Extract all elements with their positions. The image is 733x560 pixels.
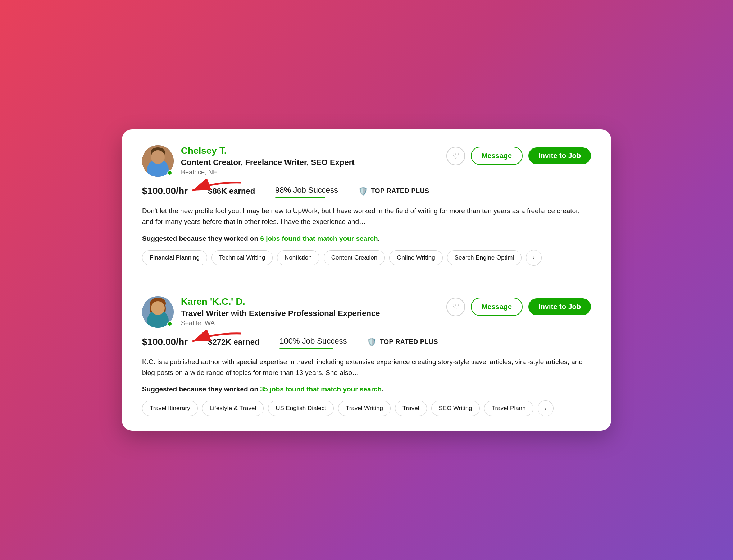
rate-chelsey: $100.00/hr [142,185,188,197]
svg-point-12 [153,306,163,313]
svg-rect-4 [152,156,156,160]
suggested-chelsey: Suggested because they worked on 6 jobs … [142,235,591,243]
job-success-chelsey: 98% Job Success [275,185,338,197]
skills-chevron-karen[interactable]: › [538,400,554,416]
description-karen: K.C. is a published author with special … [142,357,591,378]
badge-icon-karen: 🛡️ [367,338,377,347]
actions-chelsey: ♡ Message Invite to Job [446,147,591,165]
skill-tag[interactable]: Online Writing [389,250,442,265]
skill-tag[interactable]: Travel [395,401,427,416]
skill-tag[interactable]: SEO Writing [431,401,480,416]
skill-tag[interactable]: Content Creation [324,250,385,265]
suggested-karen: Suggested because they worked on 35 jobs… [142,385,591,393]
message-button-karen[interactable]: Message [471,298,523,316]
svg-point-1 [151,150,164,165]
earned-karen: $272K earned [208,338,259,347]
earned-chelsey: $86K earned [208,187,255,196]
svg-point-14 [150,302,156,315]
svg-rect-2 [147,167,169,177]
message-button-chelsey[interactable]: Message [471,147,523,165]
skill-tag[interactable]: Search Engine Optimi [447,250,522,265]
freelancer-row-karen: Karen 'K.C.' D. Travel Writer with Exten… [122,280,611,431]
heart-button-karen[interactable]: ♡ [446,298,465,316]
skill-tag[interactable]: Nonfiction [277,250,319,265]
skill-tag[interactable]: US English Dialect [268,401,334,416]
skill-tag[interactable]: Lifestyle & Travel [202,401,264,416]
actions-karen: ♡ Message Invite to Job [446,298,591,316]
invite-button-karen[interactable]: Invite to Job [528,298,591,315]
badge-karen: 🛡️ TOP RATED PLUS [367,338,438,347]
job-success-karen: 100% Job Success [279,336,347,348]
location-chelsey: Beatrice, NE [181,169,439,176]
skill-tag[interactable]: Technical Writing [211,250,273,265]
rate-karen: $100.00/hr [142,336,188,348]
avatar-chelsey [142,145,174,177]
svg-point-10 [151,301,164,316]
stats-karen: $100.00/hr $272K earned 100% Job Success… [142,336,591,348]
invite-button-chelsey[interactable]: Invite to Job [528,147,591,164]
suggested-link-chelsey[interactable]: 6 jobs found that match your search [260,235,378,242]
title-karen: Travel Writer with Extensive Professiona… [181,309,439,318]
online-indicator-karen [167,321,172,326]
suggested-link-karen[interactable]: 35 jobs found that match your search [260,385,382,393]
online-indicator [167,170,172,175]
heart-button-chelsey[interactable]: ♡ [446,147,465,165]
badge-chelsey: 🛡️ TOP RATED PLUS [358,187,429,196]
stats-chelsey: $100.00/hr $86K earned 98% Job Success 🛡… [142,185,591,197]
svg-point-15 [160,302,166,315]
title-chelsey: Content Creator, Freelance Writer, SEO E… [181,158,439,167]
location-karen: Seattle, WA [181,320,439,327]
avatar-karen [142,296,174,328]
skill-tag[interactable]: Travel Itinerary [142,401,198,416]
info-chelsey: Chelsey T. Content Creator, Freelance Wr… [181,145,439,176]
skills-chelsey: Financial Planning Technical Writing Non… [142,250,591,266]
svg-rect-11 [147,318,169,328]
skill-tag[interactable]: Financial Planning [142,250,207,265]
name-karen: Karen 'K.C.' D. [181,296,439,307]
main-card: Chelsey T. Content Creator, Freelance Wr… [122,129,611,431]
svg-point-3 [153,157,163,164]
info-karen: Karen 'K.C.' D. Travel Writer with Exten… [181,296,439,327]
svg-rect-5 [158,156,162,160]
description-chelsey: Don't let the new profile fool you. I ma… [142,206,591,228]
name-chelsey: Chelsey T. [181,145,439,156]
skill-tag[interactable]: Travel Plann [484,401,533,416]
skill-tag[interactable]: Travel Writing [338,401,391,416]
svg-point-7 [151,147,165,157]
freelancer-row-chelsey: Chelsey T. Content Creator, Freelance Wr… [122,129,611,280]
badge-icon-chelsey: 🛡️ [358,187,368,196]
skills-karen: Travel Itinerary Lifestyle & Travel US E… [142,400,591,416]
skills-chevron-chelsey[interactable]: › [526,250,542,266]
